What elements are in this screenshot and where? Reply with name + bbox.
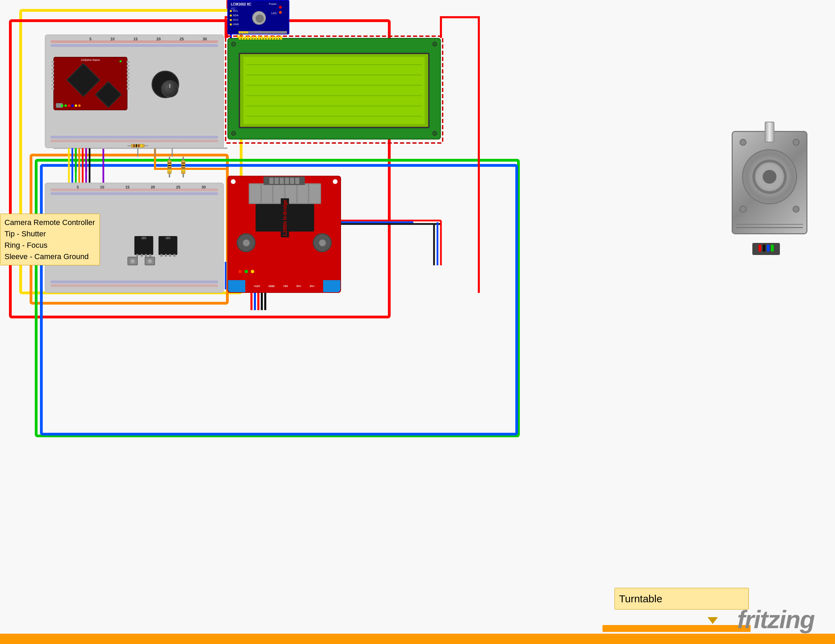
sensor-pin [174,254,175,257]
i2c-power-led [279,6,282,9]
lcd-pin [275,36,276,40]
resistor-lead [127,145,131,146]
lcd-inner-screen [244,57,425,124]
heatsink-fin [297,184,308,203]
i2c-title: LCM1602 IIC [231,2,251,6]
arduino-pin [127,65,130,67]
i2c-pin-vcc: VCC [230,18,239,21]
turntable-annotation-arrow [708,617,718,624]
sensor-label-1: SEN [141,237,146,239]
hbridge-pin-5vplus1: 5V+ [296,285,301,288]
camera-annotation: Camera Remote Controller Tip - Shutter R… [0,214,100,265]
arduino-pin [51,80,54,82]
hbridge-cap-center [243,239,250,246]
sensor-ic-2: SEN [158,236,177,255]
lcd-pin [244,36,246,40]
arduino-pin [51,61,54,63]
resistor-band [138,145,140,147]
sensor-ic-1: SEN [134,236,153,255]
i2c-pin-dot [230,19,232,21]
camera-annotation-line2: Ring - Focus [5,239,96,251]
motor-wire-blue [767,245,770,252]
lcd-screen [239,53,430,128]
lcd-pin [269,36,271,40]
i2c-pin-row-bottom [238,31,287,34]
camera-annotation-line1: Tip - Shutter [5,228,96,239]
sensor-pin [145,254,147,257]
lcd-pin [255,36,257,40]
lcd-row [246,85,422,86]
fritzing-logo: fritzing [737,605,814,634]
pot-body [151,71,179,98]
motor-wire-green [771,245,774,252]
motor-body [732,131,807,234]
motor-connector [752,243,780,255]
arduino-secondary-chip [95,81,122,108]
lcd-pin [247,36,249,40]
pot-knob [161,80,179,98]
arduino-pin [51,72,54,75]
tactile-button-1[interactable] [127,257,138,265]
arduino-pin [51,88,54,89]
tactile-button-2[interactable] [145,257,155,265]
i2c-led-label: LED [271,12,276,15]
lcd-pin [258,36,260,40]
hbridge-conn-pin [270,178,273,184]
arduino-pin [127,61,130,63]
hbridge-module: L298N H-Bridge +12V [227,176,341,293]
arduino-pin [51,76,54,78]
arduino-main-chip [67,63,101,97]
resistor-2 [167,157,172,177]
lcd-row [246,95,422,96]
lcd-pin [277,36,279,40]
sensor-pin [141,254,143,257]
hbridge-chip-label: L298N H-Bridge [281,198,289,237]
motor-bolt [793,206,799,213]
motor-bolt [739,206,746,213]
lcd-module [227,38,441,140]
hbridge-conn-pin [285,178,289,184]
hbridge-blue-connector-left [228,280,245,292]
lcd-pin-header [239,36,282,40]
lcd-pin [266,36,268,40]
hbridge-led-green [245,270,248,273]
motor-detail-line [736,224,803,224]
lcd-hole [231,42,236,47]
sensor-pins-1 [136,254,151,257]
pot-indicator [169,84,171,88]
sensor-pin [165,254,167,257]
bottom-bar [0,634,835,644]
motor-face-center [763,170,777,184]
resistor-band [133,145,135,147]
i2c-pin-dot [230,10,232,12]
heatsink-fin [309,184,320,203]
hbridge-pin-5vplus2: 5V+ [310,285,315,288]
hbridge-connector-top [263,176,305,185]
hbridge-hole [231,179,236,184]
hbridge-pin-gnd: GND [268,285,275,288]
i2c-power-label: Power [269,2,276,5]
i2c-pin-sda: SDA [230,14,239,17]
motor-connector-pins [754,245,778,252]
hbridge-pin-5v: +5V [283,285,288,288]
resistor-1 [127,143,148,148]
hbridge-conn-pin [275,178,279,184]
camera-annotation-title: Camera Remote Controller [5,217,96,228]
hbridge-cap-center [319,239,326,246]
camera-annotation-line3: Sleeve - Camera Ground [5,251,96,262]
motor-bolt [739,139,746,146]
arduino-nano: Arduino Nano [54,57,127,110]
lcd-pin [280,36,282,40]
hbridge-blue-connector-right [323,280,340,292]
motor-shaft [765,122,774,142]
stepper-motor [718,131,814,262]
hbridge-pin-12v: +12V [253,285,260,288]
i2c-pin-dot [230,23,232,26]
i2c-bottom-pin [241,31,243,33]
hbridge-conn-pin [295,178,299,184]
resistor-band [136,145,137,147]
i2c-pin-scl: SCL [230,9,239,12]
arduino-pin [51,65,54,67]
lcd-hole [432,42,437,47]
sensor-pin [169,254,171,257]
